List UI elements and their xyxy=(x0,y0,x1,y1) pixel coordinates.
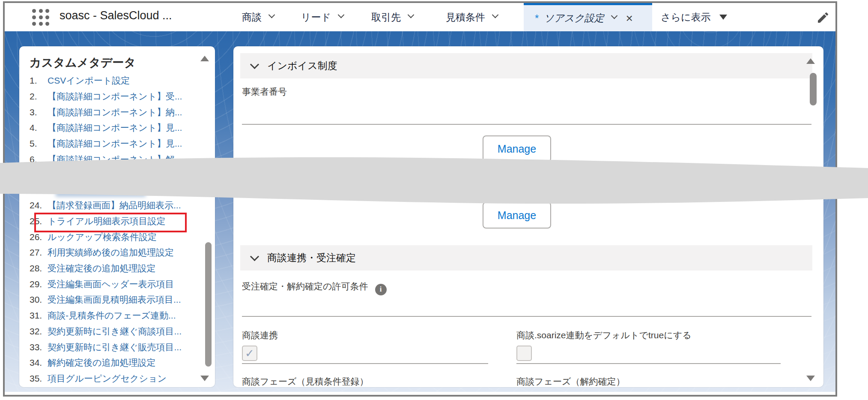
app-title: soasc - SalesCloud ... xyxy=(60,9,172,22)
sidebar-link[interactable]: 【商談詳細コンポーネント】解... xyxy=(48,153,182,165)
list-item: 31.商談-見積条件のフェーズ連動... xyxy=(30,308,209,324)
sidebar-link[interactable]: ルックアップ検索条件設定 xyxy=(48,231,157,243)
sidebar-link[interactable]: 【商談詳細コンポーネント】納... xyxy=(48,106,182,118)
sidebar-title: カスタムメタデータ xyxy=(30,55,136,70)
sidebar-link[interactable]: 商談-見積条件のフェーズ連動... xyxy=(48,310,176,322)
tab-lead[interactable]: リード xyxy=(301,3,343,31)
sidebar-link[interactable]: CSVインポート設定 xyxy=(48,75,130,87)
opportunity-link-underline xyxy=(242,363,488,364)
main-scrollbar-thumb[interactable] xyxy=(810,73,817,105)
sidebar-link[interactable]: 受注編集画面見積明細表示項目... xyxy=(48,294,181,306)
check-icon: ✓ xyxy=(245,348,254,359)
sidebar-link[interactable]: 利用実績締め後の追加処理設定 xyxy=(48,247,174,259)
sidebar-link[interactable]: 【商談詳細コンポーネント】見... xyxy=(48,122,182,134)
list-item: 5.【商談詳細コンポーネント】見... xyxy=(30,136,209,152)
list-item: 30.受注編集画面見積明細表示項目... xyxy=(30,292,209,308)
sidebar-link[interactable]: 【請求登録画面】納品明細表示... xyxy=(48,199,181,211)
soarize-default-label: 商談.soarize連動をデフォルトでtrueにする xyxy=(516,329,692,341)
soarize-default-underline xyxy=(516,363,781,364)
tab-account[interactable]: 取引先 xyxy=(371,3,413,31)
sidebar-link[interactable]: 解約確定後の追加処理設定 xyxy=(48,357,156,369)
sidebar-link[interactable]: 【商談詳細コンポーネント】見... xyxy=(48,138,182,150)
chevron-down-icon[interactable] xyxy=(611,12,617,19)
phase-cancel-label: 商談フェーズ（解約確定） xyxy=(516,376,625,387)
list-item-highlighted: 25.トライアル明細表示項目設定 xyxy=(30,214,209,229)
sidebar-link[interactable]: 契約更新時に引き継ぐ販売項目... xyxy=(48,341,182,353)
unsaved-marker: * xyxy=(535,12,539,24)
list-item: 3.【商談詳細コンポーネント】納... xyxy=(30,104,209,120)
chevron-down-icon xyxy=(250,60,259,69)
list-item: 26.ルックアップ検索条件設定 xyxy=(30,229,209,245)
opportunity-link-checkbox-checked[interactable]: ✓ xyxy=(242,346,257,361)
sidebar-list-bottom: 24.【請求登録画面】納品明細表示... 25.トライアル明細表示項目設定 26… xyxy=(30,198,209,386)
list-item: 4.【商談詳細コンポーネント】見... xyxy=(30,120,209,136)
custom-metadata-sidebar: カスタムメタデータ 1.CSVインポート設定 2.【商談詳細コンポーネント】受.… xyxy=(19,46,215,387)
business-number-input[interactable] xyxy=(242,124,811,125)
chevron-down-icon[interactable] xyxy=(408,11,415,18)
chevron-down-icon[interactable] xyxy=(492,11,499,18)
list-item: 33.契約更新時に引き継ぐ販売項目... xyxy=(30,339,209,355)
tab-opportunity[interactable]: 商談 xyxy=(242,3,274,31)
top-navigation-bar: soasc - SalesCloud ... 商談 リード 取引先 見積条件 *… xyxy=(5,3,835,31)
manage-button-2[interactable]: Manage xyxy=(483,202,551,229)
permission-condition-label: 受注確定・解約確定の許可条件i xyxy=(242,280,387,295)
manage-button-1[interactable]: Manage xyxy=(483,135,551,162)
sidebar-link[interactable]: 契約更新時に引き継ぐ商談項目... xyxy=(48,325,182,337)
screenshot-frame: soasc - SalesCloud ... 商談 リード 取引先 見積条件 *… xyxy=(3,1,837,397)
list-item: 2.【商談詳細コンポーネント】受... xyxy=(30,89,209,105)
more-tabs-button[interactable]: さらに表示 xyxy=(661,3,727,31)
chevron-down-icon[interactable] xyxy=(338,11,345,18)
sidebar-scrollbar-thumb[interactable] xyxy=(205,242,212,367)
section-header-opportunity[interactable]: 商談連携・受注確定 xyxy=(240,245,812,271)
list-item: 35.項目グルーピングセクション xyxy=(30,371,209,387)
setup-background: カスタムメタデータ 1.CSVインポート設定 2.【商談詳細コンポーネント】受.… xyxy=(5,31,835,392)
main-scroll-down-icon[interactable] xyxy=(806,376,815,381)
business-number-label: 事業者番号 xyxy=(242,86,287,98)
list-item: 29.受注編集画面ヘッダー表示項目 xyxy=(30,276,209,292)
phase-quote-label: 商談フェーズ（見積条件登録） xyxy=(242,376,368,387)
close-tab-icon[interactable]: × xyxy=(626,12,633,24)
sidebar-link[interactable]: 受注確定後の追加処理設定 xyxy=(48,262,156,274)
sidebar-link[interactable]: 【商談詳細コンポーネント】受... xyxy=(48,90,182,102)
sidebar-link[interactable]: 項目グルーピングセクション xyxy=(48,373,167,385)
chevron-down-icon xyxy=(250,252,259,261)
list-item: 1.CSVインポート設定 xyxy=(30,73,209,89)
list-item: 32.契約更新時に引き継ぐ商談項目... xyxy=(30,324,209,340)
list-item: 6.【商談詳細コンポーネント】解... xyxy=(30,151,209,167)
sidebar-scroll-up-icon[interactable] xyxy=(200,56,209,61)
sidebar-link-trial-detail-settings[interactable]: トライアル明細表示項目設定 xyxy=(48,215,165,227)
list-item: 34.解約確定後の追加処理設定 xyxy=(30,355,209,371)
info-icon[interactable]: i xyxy=(375,284,387,295)
sidebar-link[interactable]: 受注編集画面ヘッダー表示項目 xyxy=(48,278,174,290)
app-launcher-icon[interactable] xyxy=(32,9,50,26)
soarize-default-checkbox-unchecked[interactable] xyxy=(516,346,532,361)
settings-main-panel: インボイス制度 事業者番号 Manage Manage 商談連携・受注確定 受注… xyxy=(233,46,823,387)
opportunity-link-label: 商談連携 xyxy=(242,329,278,341)
edit-pencil-icon[interactable] xyxy=(816,11,830,26)
main-scroll-up-icon[interactable] xyxy=(806,58,815,64)
sidebar-list-top: 1.CSVインポート設定 2.【商談詳細コンポーネント】受... 3.【商談詳細… xyxy=(30,73,209,167)
caret-down-icon xyxy=(719,15,727,20)
permission-condition-input[interactable] xyxy=(242,316,811,317)
list-item: 28.受注確定後の追加処理設定 xyxy=(30,261,209,277)
tab-soarize-settings-active[interactable]: * ソアスク設定 × xyxy=(524,3,652,31)
section-header-invoice[interactable]: インボイス制度 xyxy=(240,53,812,78)
chevron-down-icon[interactable] xyxy=(268,11,275,18)
sidebar-scroll-down-icon[interactable] xyxy=(200,376,209,381)
tab-quote-condition[interactable]: 見積条件 xyxy=(446,3,498,31)
list-item: 27.利用実績締め後の追加処理設定 xyxy=(30,245,209,261)
list-item: 24.【請求登録画面】納品明細表示... xyxy=(30,198,209,214)
